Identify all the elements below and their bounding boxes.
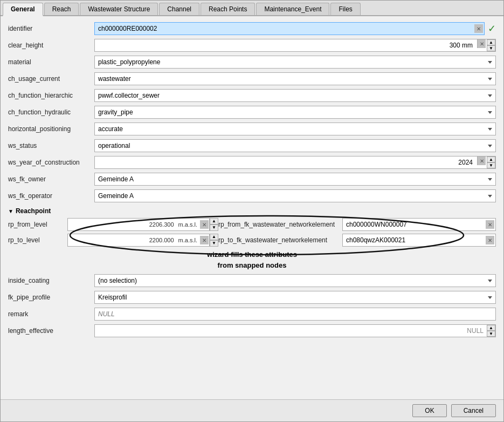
tab-channel[interactable]: Channel: [159, 3, 199, 15]
control-rp-to-fk: ✕: [342, 234, 496, 247]
row-material: material plastic_polypropylene: [8, 55, 496, 69]
tab-bar: General Reach Wastewater Structure Chann…: [1, 1, 503, 16]
row-ws-fk-operator: ws_fk_operator Gemeinde A: [8, 189, 496, 203]
row-ch-usage-current: ch_usage_current wastewater: [8, 72, 496, 86]
ch-usage-current-dropdown[interactable]: wastewater: [94, 72, 496, 85]
row-ws-status: ws_status operational: [8, 139, 496, 153]
control-ch-function-hierarchic: pwwf.collector_sewer: [94, 89, 496, 102]
tab-maintenance-event[interactable]: Maintenance_Event: [256, 3, 329, 15]
row-ch-function-hydraulic: ch_function_hydraulic gravity_pipe: [8, 105, 496, 119]
length-effective-up-btn[interactable]: ▲: [487, 325, 495, 331]
ws-year-clear-btn[interactable]: ✕: [477, 156, 486, 165]
row-inside-coating: inside_coating (no selection): [8, 274, 496, 288]
tab-general[interactable]: General: [3, 3, 43, 16]
ch-function-hydraulic-dropdown[interactable]: gravity_pipe: [94, 106, 496, 119]
ws-status-dropdown[interactable]: operational: [94, 139, 496, 152]
rp-from-fk-clear-btn[interactable]: ✕: [486, 220, 494, 229]
tab-wastewater-structure[interactable]: Wastewater Structure: [80, 3, 158, 15]
material-dropdown[interactable]: plastic_polypropylene: [94, 56, 496, 69]
reachpoint-section-header: ▼ Reachpoint: [8, 207, 496, 215]
label-inside-coating: inside_coating: [8, 277, 94, 284]
label-horizontal-positioning: horizontal_positioning: [8, 125, 94, 133]
rp-to-fk-input[interactable]: [343, 235, 485, 245]
label-rp-to-level: rp_to_level: [8, 236, 67, 244]
row-ws-year-of-construction: ws_year_of_construction ✕ ▲ ▼: [8, 155, 496, 169]
control-ch-function-hydraulic: gravity_pipe: [94, 106, 496, 119]
rp-from-level-clear-btn[interactable]: ✕: [200, 220, 209, 229]
ok-button[interactable]: OK: [412, 404, 446, 417]
ws-fk-owner-dropdown[interactable]: Gemeinde A: [94, 173, 496, 186]
label-identifier: identifier: [8, 25, 94, 32]
control-ws-fk-owner: Gemeinde A: [94, 173, 496, 186]
control-fk-pipe-profile: Kreisprofil: [94, 291, 496, 304]
rp-to-level-down-btn[interactable]: ▼: [210, 240, 218, 247]
control-remark: [94, 308, 496, 321]
reachpoint-section-label: Reachpoint: [16, 207, 51, 215]
control-ws-status: operational: [94, 139, 496, 152]
label-remark: remark: [8, 310, 94, 318]
rp-to-level-clear-btn[interactable]: ✕: [200, 236, 209, 244]
rp-from-fk-input[interactable]: [343, 220, 485, 229]
ws-year-of-construction-input[interactable]: [95, 156, 476, 168]
inside-coating-dropdown[interactable]: (no selection): [94, 274, 496, 287]
horizontal-positioning-dropdown[interactable]: accurate: [94, 122, 496, 135]
cancel-button[interactable]: Cancel: [451, 404, 496, 417]
label-ch-function-hydraulic: ch_function_hydraulic: [8, 108, 94, 116]
label-ws-fk-operator: ws_fk_operator: [8, 192, 94, 200]
rp-to-level-value: 2200.000: [147, 237, 176, 243]
row-ch-function-hierarchic: ch_function_hierarchic pwwf.collector_se…: [8, 89, 496, 103]
tab-files[interactable]: Files: [330, 3, 360, 15]
identifier-clear-btn[interactable]: ✕: [474, 24, 483, 33]
rp-from-level-input[interactable]: [68, 220, 147, 229]
label-ws-status: ws_status: [8, 142, 94, 149]
clear-height-input[interactable]: [95, 39, 476, 51]
ws-year-down-btn[interactable]: ▼: [487, 162, 495, 168]
label-ch-function-hierarchic: ch_function_hierarchic: [8, 92, 94, 99]
rp-to-level-up-btn[interactable]: ▲: [210, 234, 218, 240]
length-effective-down-btn[interactable]: ▼: [487, 331, 495, 337]
clear-height-up-btn[interactable]: ▲: [487, 39, 495, 45]
rp-row-from: rp_from_level 2206.300 m.a.s.l. ✕ ▲ ▼: [8, 218, 496, 231]
annotation-line1: wizard fills these attributes: [207, 250, 297, 258]
form-content: identifier ✕ ✓ clear_height ✕ ▲ ▼: [1, 16, 503, 399]
label-ws-fk-owner: ws_fk_owner: [8, 175, 94, 183]
label-rp-to-fk: rp_to_fk_wastewater_networkelement: [218, 236, 342, 244]
ws-fk-operator-dropdown[interactable]: Gemeinde A: [94, 189, 496, 202]
annotation-text: wizard fills these attributes from snapp…: [8, 249, 496, 270]
rp-from-level-up-btn[interactable]: ▲: [210, 218, 218, 224]
rp-from-fk-group: rp_from_fk_wastewater_networkelement ✕: [218, 218, 496, 231]
ws-year-up-btn[interactable]: ▲: [487, 156, 495, 162]
label-ch-usage-current: ch_usage_current: [8, 75, 94, 83]
remark-input[interactable]: [94, 308, 496, 321]
rp-to-level-input[interactable]: [68, 235, 147, 245]
tab-reach-points[interactable]: Reach Points: [201, 3, 255, 15]
rp-from-level-down-btn[interactable]: ▼: [210, 224, 218, 231]
reachpoint-collapse-arrow[interactable]: ▼: [8, 208, 13, 214]
rp-to-level-unit: m.a.s.l.: [176, 237, 199, 243]
length-effective-input[interactable]: [95, 325, 487, 337]
label-material: material: [8, 58, 94, 66]
row-clear-height: clear_height ✕ ▲ ▼: [8, 38, 496, 52]
clear-height-down-btn[interactable]: ▼: [487, 45, 495, 51]
rp-to-fk-clear-btn[interactable]: ✕: [486, 236, 494, 244]
row-identifier: identifier ✕ ✓: [8, 22, 496, 36]
ch-function-hierarchic-dropdown[interactable]: pwwf.collector_sewer: [94, 89, 496, 102]
tab-reach[interactable]: Reach: [44, 3, 79, 15]
identifier-check-icon: ✓: [488, 23, 496, 35]
control-rp-from-level: 2206.300 m.a.s.l. ✕ ▲ ▼: [67, 218, 218, 231]
control-ws-fk-operator: Gemeinde A: [94, 189, 496, 202]
clear-height-clear-btn[interactable]: ✕: [477, 39, 486, 48]
fk-pipe-profile-dropdown[interactable]: Kreisprofil: [94, 291, 496, 304]
control-clear-height: ✕ ▲ ▼: [94, 39, 496, 52]
row-fk-pipe-profile: fk_pipe_profile Kreisprofil: [8, 290, 496, 304]
rp-to-fk-group: rp_to_fk_wastewater_networkelement ✕: [218, 234, 496, 247]
label-rp-from-fk: rp_from_fk_wastewater_networkelement: [218, 221, 342, 228]
annotation-line2: from snapped nodes: [218, 261, 287, 269]
rp-from-level-unit: m.a.s.l.: [176, 221, 199, 228]
control-ch-usage-current: wastewater: [94, 72, 496, 85]
rp-from-level-group: rp_from_level 2206.300 m.a.s.l. ✕ ▲ ▼: [8, 218, 218, 231]
control-ws-year-of-construction: ✕ ▲ ▼: [94, 156, 496, 169]
identifier-input[interactable]: [95, 24, 473, 33]
label-fk-pipe-profile: fk_pipe_profile: [8, 294, 94, 301]
dialog: General Reach Wastewater Structure Chann…: [0, 0, 504, 422]
